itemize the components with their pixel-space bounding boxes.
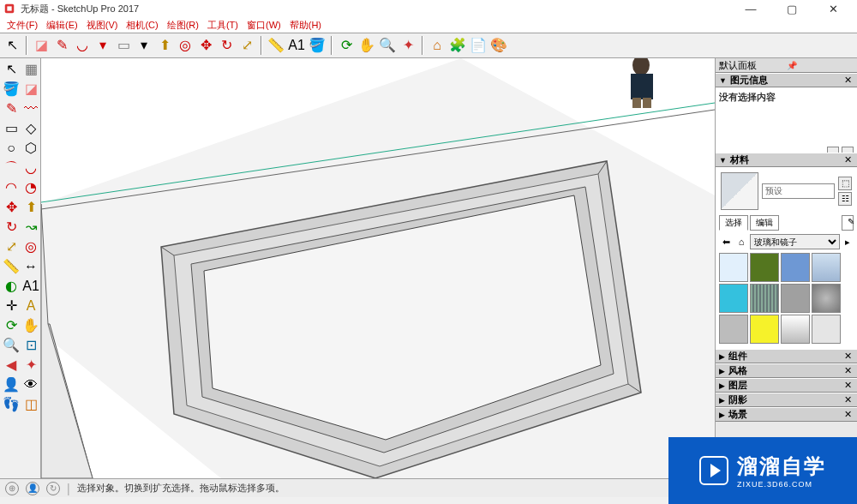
current-material-swatch[interactable] xyxy=(721,172,758,210)
materials-tab-edit[interactable]: 编辑 xyxy=(750,215,779,231)
material-swatch[interactable] xyxy=(781,253,810,282)
polygon-tool-button[interactable]: ⬡ xyxy=(21,139,40,158)
tray-header[interactable]: 默认面板 📌 xyxy=(716,58,857,73)
rotated-rect-tool-button[interactable]: ◇ xyxy=(21,119,40,138)
menu-camera[interactable]: 相机(C) xyxy=(123,19,161,32)
material-swatch[interactable] xyxy=(719,253,748,282)
back-button[interactable]: ⬅ xyxy=(719,235,733,249)
scale-tool-button[interactable]: ⤢ xyxy=(2,237,21,256)
material-name-field[interactable]: 预设 xyxy=(762,183,835,199)
zoom-tool-button[interactable]: 🔍 xyxy=(2,336,21,355)
orbit-tool-button[interactable]: ⟳ xyxy=(2,316,21,335)
material-swatch[interactable] xyxy=(750,253,779,282)
pan-tool-button[interactable]: ✋ xyxy=(21,316,40,335)
sample-paint-button[interactable]: ✎ xyxy=(842,215,854,231)
material-swatch[interactable] xyxy=(812,253,841,282)
rectangle-tool-button[interactable]: ▭ xyxy=(2,119,21,138)
menu-edit[interactable]: 编辑(E) xyxy=(43,19,81,32)
window-close-button[interactable]: ✕ xyxy=(821,3,845,15)
eraser-tool-button[interactable]: ◪ xyxy=(21,80,40,99)
3d-viewport[interactable] xyxy=(41,58,715,478)
component-tool-button[interactable]: ▦ xyxy=(21,60,40,79)
scale-tool-button[interactable]: ⤢ xyxy=(238,37,255,54)
offset-tool-button[interactable]: ◎ xyxy=(177,37,194,54)
zoom-tool-button[interactable]: 🔍 xyxy=(379,37,396,54)
zoom-window-button[interactable]: ⊡ xyxy=(21,336,40,355)
close-icon[interactable]: ✕ xyxy=(842,351,854,362)
axes-tool-button[interactable]: ✛ xyxy=(2,297,21,315)
close-icon[interactable]: ✕ xyxy=(842,409,854,420)
home-button[interactable]: ⌂ xyxy=(734,235,748,249)
orbit-tool-button[interactable]: ⟳ xyxy=(338,37,355,54)
components-header[interactable]: ▶ 组件 ✕ xyxy=(716,349,857,363)
menu-file[interactable]: 文件(F) xyxy=(3,19,41,32)
material-category-select[interactable]: 玻璃和镜子 xyxy=(750,234,840,249)
freehand-tool-button[interactable]: 〰 xyxy=(21,99,40,118)
menu-tools[interactable]: 工具(T) xyxy=(204,19,242,32)
menu-draw[interactable]: 绘图(R) xyxy=(164,19,202,32)
sync-status-icon[interactable]: ↻ xyxy=(46,482,60,495)
arc-tool-button[interactable]: ◡ xyxy=(74,37,91,54)
move-tool-button[interactable]: ✥ xyxy=(2,198,21,217)
pan-tool-button[interactable]: ✋ xyxy=(358,37,375,54)
select-tool-button[interactable]: ↖ xyxy=(3,37,21,54)
window-maximize-button[interactable]: ▢ xyxy=(780,3,804,15)
window-minimize-button[interactable]: — xyxy=(739,3,763,15)
position-camera-button[interactable]: 👤 xyxy=(2,375,21,394)
3pt-arc-tool-button[interactable]: ◠ xyxy=(2,178,21,197)
move-tool-button[interactable]: ✥ xyxy=(197,37,214,54)
tape-tool-button[interactable]: 📏 xyxy=(2,257,21,276)
layers-header[interactable]: ▶ 图层 ✕ xyxy=(716,378,857,393)
close-icon[interactable]: ✕ xyxy=(842,75,854,86)
credits-status-icon[interactable]: 👤 xyxy=(26,482,39,495)
paint-tool-button[interactable]: 🪣 xyxy=(2,80,21,99)
select-tool-button[interactable]: ↖ xyxy=(2,60,21,79)
entity-info-header[interactable]: ▼ 图元信息 ✕ xyxy=(716,73,857,87)
rotate-tool-button[interactable]: ↻ xyxy=(218,37,235,54)
stylebuilder-button[interactable]: 🎨 xyxy=(490,37,507,54)
pin-icon[interactable]: 📌 xyxy=(787,61,854,70)
material-swatch[interactable] xyxy=(719,284,748,313)
3dtext-tool-button[interactable]: A xyxy=(21,297,40,315)
protractor-tool-button[interactable]: ◐ xyxy=(2,277,21,296)
text-tool-button[interactable]: A1 xyxy=(21,277,40,296)
geo-status-icon[interactable]: ⊕ xyxy=(5,482,19,495)
shadows-header[interactable]: ▶ 阴影 ✕ xyxy=(716,393,857,407)
rotate-tool-button[interactable]: ↻ xyxy=(2,218,21,237)
material-swatch[interactable] xyxy=(812,284,841,313)
line-tool-button[interactable]: ✎ xyxy=(2,99,21,118)
paint-tool-button[interactable]: 🪣 xyxy=(309,37,326,54)
create-material-button[interactable]: ⬚ xyxy=(838,177,852,190)
material-swatch[interactable] xyxy=(812,315,841,344)
model-canvas[interactable] xyxy=(41,58,715,478)
close-icon[interactable]: ✕ xyxy=(842,365,854,376)
previous-view-button[interactable]: ◀ xyxy=(2,356,21,375)
look-around-button[interactable]: 👁 xyxy=(21,375,40,394)
pie-tool-button[interactable]: ◔ xyxy=(21,178,40,197)
material-swatch[interactable] xyxy=(750,284,779,313)
material-swatch[interactable] xyxy=(719,315,748,344)
circle-tool-button[interactable]: ○ xyxy=(2,139,21,158)
line-tool-button[interactable]: ✎ xyxy=(53,37,70,54)
scenes-header[interactable]: ▶ 场景 ✕ xyxy=(716,407,857,422)
menu-view[interactable]: 视图(V) xyxy=(83,19,122,32)
tape-tool-button[interactable]: 📏 xyxy=(267,37,285,54)
material-swatch[interactable] xyxy=(781,284,810,313)
layout-button[interactable]: 📄 xyxy=(470,37,487,54)
extensions-button[interactable]: 🧩 xyxy=(449,37,466,54)
material-swatch[interactable] xyxy=(750,315,779,344)
rectangle-tool-button[interactable]: ▭ xyxy=(115,37,132,54)
menu-window[interactable]: 窗口(W) xyxy=(243,19,285,32)
close-icon[interactable]: ✕ xyxy=(842,380,854,391)
dimension-tool-button[interactable]: ↔ xyxy=(21,257,40,276)
shape-dropdown-button[interactable]: ▾ xyxy=(135,37,153,54)
materials-header[interactable]: ▼ 材料 ✕ xyxy=(716,153,857,167)
3dwarehouse-button[interactable]: ⌂ xyxy=(428,37,446,54)
close-icon[interactable]: ✕ xyxy=(842,154,854,165)
arc-dropdown-button[interactable]: ▾ xyxy=(94,37,111,54)
followme-tool-button[interactable]: ↝ xyxy=(21,218,40,237)
close-icon[interactable]: ✕ xyxy=(842,394,854,405)
default-material-button[interactable]: ☷ xyxy=(838,192,852,206)
styles-header[interactable]: ▶ 风格 ✕ xyxy=(716,363,857,378)
category-menu-button[interactable]: ▸ xyxy=(842,237,854,248)
